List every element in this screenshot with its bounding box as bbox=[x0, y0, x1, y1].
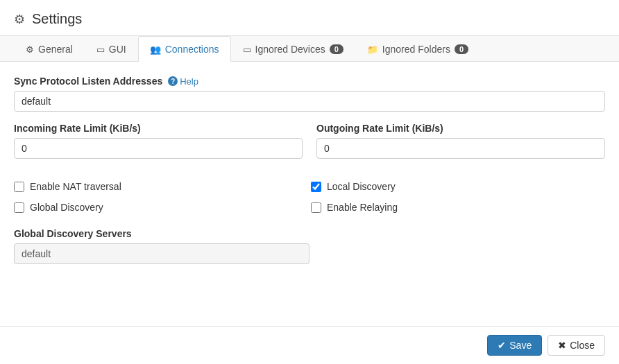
enable-nat-row: Enable NAT traversal bbox=[14, 181, 308, 192]
global-discovery-row: Global Discovery bbox=[14, 202, 308, 213]
save-button[interactable]: ✔ Save bbox=[487, 335, 542, 356]
tab-gui-label: GUI bbox=[109, 44, 126, 55]
page-title: Settings bbox=[32, 11, 82, 27]
listen-addresses-input[interactable] bbox=[14, 91, 605, 112]
listen-addresses-group: Sync Protocol Listen Addresses ? Help bbox=[14, 76, 605, 112]
settings-page: ⚙ Settings ⚙ General ▭ GUI 👥 Connections… bbox=[0, 0, 619, 364]
tab-general[interactable]: ⚙ General bbox=[14, 36, 85, 62]
tab-ignored-devices[interactable]: ▭ Ignored Devices 0 bbox=[231, 36, 355, 62]
global-discovery-label[interactable]: Global Discovery bbox=[30, 202, 103, 213]
listen-addresses-label-row: Sync Protocol Listen Addresses ? Help bbox=[14, 76, 605, 87]
incoming-rate-label: Incoming Rate Limit (KiB/s) bbox=[14, 123, 303, 134]
enable-nat-checkbox[interactable] bbox=[14, 182, 24, 192]
outgoing-rate-input[interactable] bbox=[316, 138, 605, 159]
outgoing-rate-group: Outgoing Rate Limit (KiB/s) bbox=[316, 123, 605, 159]
connections-icon: 👥 bbox=[150, 44, 161, 55]
save-label: Save bbox=[509, 340, 532, 351]
tab-bar: ⚙ General ▭ GUI 👥 Connections ▭ Ignored … bbox=[0, 36, 619, 62]
tab-ignored-folders[interactable]: 📁 Ignored Folders 0 bbox=[355, 36, 480, 62]
enable-nat-label[interactable]: Enable NAT traversal bbox=[30, 181, 121, 192]
enable-relaying-row: Enable Relaying bbox=[311, 202, 605, 213]
incoming-rate-group: Incoming Rate Limit (KiB/s) bbox=[14, 123, 303, 159]
footer: ✔ Save ✖ Close bbox=[0, 326, 619, 364]
ignored-folders-icon: 📁 bbox=[367, 44, 378, 55]
enable-relaying-checkbox[interactable] bbox=[311, 202, 321, 213]
tab-general-label: General bbox=[38, 44, 73, 55]
tab-ignored-devices-label: Ignored Devices bbox=[255, 44, 325, 55]
global-discovery-servers-group: Global Discovery Servers bbox=[14, 228, 605, 264]
tab-ignored-folders-label: Ignored Folders bbox=[382, 44, 450, 55]
close-label: Close bbox=[570, 340, 595, 351]
gui-icon: ▭ bbox=[96, 44, 105, 55]
page-header: ⚙ Settings bbox=[0, 0, 619, 36]
ignored-devices-badge: 0 bbox=[330, 44, 344, 54]
gear-icon: ⚙ bbox=[14, 12, 25, 27]
global-discovery-checkbox[interactable] bbox=[14, 202, 24, 213]
close-icon: ✖ bbox=[558, 340, 566, 351]
help-link-label: Help bbox=[180, 76, 198, 87]
incoming-rate-input[interactable] bbox=[14, 138, 303, 159]
checkboxes-section: Enable NAT traversal Local Discovery Glo… bbox=[14, 181, 605, 220]
outgoing-rate-label: Outgoing Rate Limit (KiB/s) bbox=[316, 123, 605, 134]
settings-container: ⚙ Settings ⚙ General ▭ GUI 👥 Connections… bbox=[0, 0, 619, 364]
help-link[interactable]: ? Help bbox=[168, 76, 198, 87]
local-discovery-label[interactable]: Local Discovery bbox=[327, 181, 396, 192]
tab-gui[interactable]: ▭ GUI bbox=[85, 36, 138, 62]
save-icon: ✔ bbox=[498, 340, 506, 351]
local-discovery-row: Local Discovery bbox=[311, 181, 605, 192]
listen-addresses-label: Sync Protocol Listen Addresses bbox=[14, 76, 162, 87]
ignored-devices-icon: ▭ bbox=[243, 44, 251, 55]
general-icon: ⚙ bbox=[26, 44, 34, 55]
help-icon: ? bbox=[168, 76, 178, 86]
global-discovery-servers-label: Global Discovery Servers bbox=[14, 228, 605, 239]
content-area: Sync Protocol Listen Addresses ? Help In… bbox=[0, 62, 619, 289]
tab-connections-label: Connections bbox=[165, 44, 219, 55]
close-button[interactable]: ✖ Close bbox=[548, 335, 605, 356]
rate-limits-row: Incoming Rate Limit (KiB/s) Outgoing Rat… bbox=[14, 123, 605, 170]
local-discovery-checkbox[interactable] bbox=[311, 182, 321, 192]
tab-connections[interactable]: 👥 Connections bbox=[138, 36, 231, 62]
ignored-folders-badge: 0 bbox=[455, 44, 468, 54]
global-discovery-servers-input[interactable] bbox=[14, 243, 310, 264]
enable-relaying-label[interactable]: Enable Relaying bbox=[327, 202, 398, 213]
